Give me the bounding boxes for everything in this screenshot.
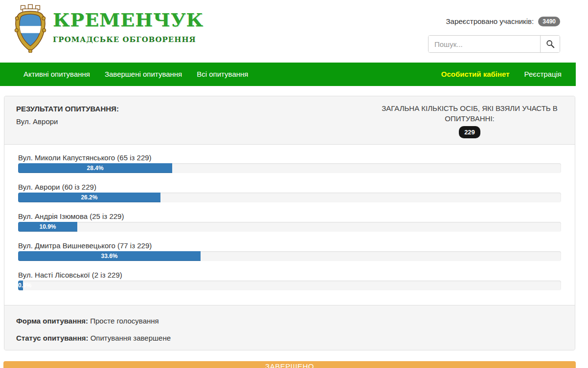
poll-result-row: Вул. Миколи Капустянського (65 із 229) 2…	[18, 153, 561, 173]
heading-left: РЕЗУЛЬТАТИ ОПИТУВАННЯ: Вул. Аврори	[16, 103, 119, 138]
nav-item-finished-polls[interactable]: Завершені опитування	[97, 63, 189, 86]
poll-results-list: Вул. Миколи Капустянського (65 із 229) 2…	[4, 145, 575, 305]
poll-bar-track: 10.9%	[18, 222, 561, 232]
poll-bar-fill: 33.6%	[18, 251, 201, 261]
total-participants-label: ЗАГАЛЬНА КІЛЬКІСТЬ ОСІБ, ЯКІ ВЗЯЛИ УЧАСТ…	[382, 104, 558, 123]
total-participants-badge: 229	[459, 126, 480, 138]
poll-form-line: Форма опитування: Просте голосування	[16, 317, 563, 325]
results-panel-footer: Форма опитування: Просте голосування Ста…	[4, 305, 575, 350]
site-logo[interactable]: КРЕМЕНЧУК ГРОМАДСЬКЕ ОБГОВОРЕННЯ	[14, 4, 204, 53]
poll-form-value: Просте голосування	[90, 317, 158, 325]
poll-option-label: Вул. Дмитра Вишневецького (77 із 229)	[18, 241, 561, 250]
poll-result-row: Вул. Дмитра Вишневецького (77 із 229) 33…	[18, 241, 561, 261]
poll-result-row: Вул. Аврори (60 із 229) 26.2%	[18, 183, 561, 202]
poll-option-label: Вул. Андрія Ізюмова (25 із 229)	[18, 212, 561, 220]
poll-status-value: Опитування завершене	[90, 334, 171, 342]
nav-item-registration[interactable]: Реєстрація	[517, 63, 569, 86]
registered-count-badge: 3490	[538, 17, 560, 26]
poll-form-label: Форма опитування:	[16, 317, 88, 325]
poll-option-label: Вул. Насті Лісовської (2 із 229)	[18, 271, 561, 279]
poll-status-line: Статус опитування: Опитування завершене	[16, 334, 563, 342]
search-icon	[546, 40, 555, 48]
poll-bar-fill: 28.4%	[18, 163, 172, 173]
nav-item-all-polls[interactable]: Всі опитування	[189, 63, 255, 86]
registered-participants: Зареєстровано учасників: 3490	[428, 17, 560, 26]
poll-bar-percent: 26.2%	[81, 194, 97, 201]
results-panel-heading: РЕЗУЛЬТАТИ ОПИТУВАННЯ: Вул. Аврори ЗАГАЛ…	[4, 96, 575, 145]
results-panel: РЕЗУЛЬТАТИ ОПИТУВАННЯ: Вул. Аврори ЗАГАЛ…	[4, 96, 575, 350]
header-right: Зареєстровано учасників: 3490	[428, 17, 560, 53]
search-box	[428, 35, 560, 53]
poll-bar-track: 0.9%	[18, 281, 561, 290]
poll-result-row: Вул. Насті Лісовської (2 із 229) 0.9%	[18, 271, 561, 290]
poll-bar-track: 28.4%	[18, 163, 561, 173]
poll-bar-fill: 10.9%	[18, 222, 77, 232]
poll-bar-percent: 10.9%	[39, 223, 56, 230]
navbar-right: Особистий кабінет Реєстрація	[434, 63, 569, 86]
navbar-left: Активні опитування Завершені опитування …	[16, 63, 255, 86]
poll-subject: Вул. Аврори	[16, 117, 119, 126]
poll-bar-percent: 28.4%	[87, 165, 104, 172]
logo-title: КРЕМЕНЧУК	[53, 11, 204, 29]
poll-option-label: Вул. Миколи Капустянського (65 із 229)	[18, 153, 561, 162]
nav-item-personal-cabinet[interactable]: Особистий кабінет	[434, 63, 517, 86]
main-navbar: Активні опитування Завершені опитування …	[0, 63, 576, 86]
search-input[interactable]	[429, 36, 540, 52]
logo-subtitle: ГРОМАДСЬКЕ ОБГОВОРЕННЯ	[53, 35, 204, 44]
logo-text: КРЕМЕНЧУК ГРОМАДСЬКЕ ОБГОВОРЕННЯ	[53, 4, 204, 44]
site-header: КРЕМЕНЧУК ГРОМАДСЬКЕ ОБГОВОРЕННЯ Зареєст…	[0, 0, 588, 63]
poll-status-label: Статус опитування:	[16, 334, 88, 342]
status-banner: ЗАВЕРШЕНО	[3, 361, 576, 368]
poll-result-row: Вул. Андрія Ізюмова (25 із 229) 10.9%	[18, 212, 561, 232]
poll-bar-track: 33.6%	[18, 251, 561, 261]
heading-right: ЗАГАЛЬНА КІЛЬКІСТЬ ОСІБ, ЯКІ ВЗЯЛИ УЧАСТ…	[376, 103, 563, 138]
poll-bar-percent: 0.9%	[18, 282, 31, 289]
poll-bar-fill: 26.2%	[18, 193, 160, 202]
results-title: РЕЗУЛЬТАТИ ОПИТУВАННЯ:	[16, 105, 119, 113]
nav-item-active-polls[interactable]: Активні опитування	[16, 63, 97, 86]
poll-bar-percent: 33.6%	[101, 253, 117, 260]
poll-bar-fill: 0.9%	[18, 281, 23, 290]
poll-option-label: Вул. Аврори (60 із 229)	[18, 183, 561, 191]
registered-label: Зареєстровано учасників:	[446, 17, 534, 25]
poll-bar-track: 26.2%	[18, 193, 561, 202]
coat-of-arms-icon	[14, 4, 47, 53]
search-button[interactable]	[540, 36, 560, 52]
